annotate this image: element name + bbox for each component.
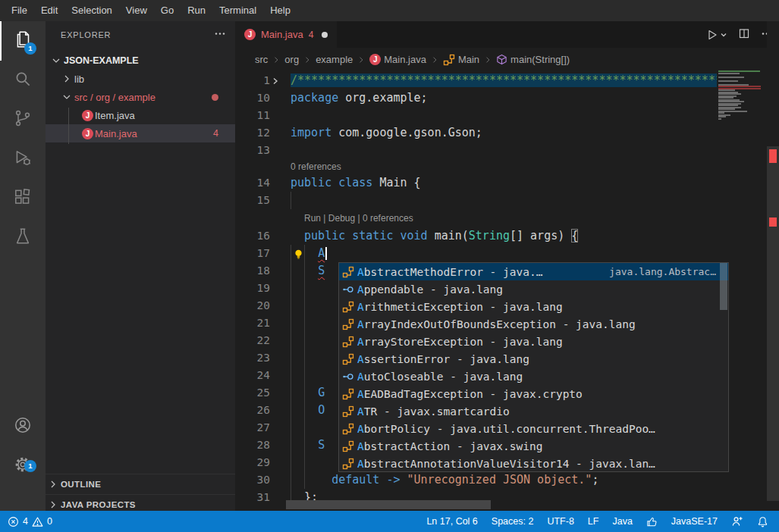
codelens[interactable]: Run | Debug | 0 references xyxy=(235,209,717,227)
suggest-item-abstractannotationvaluevisitor14[interactable]: AbstractAnnotationValueVisitor14 - javax… xyxy=(339,455,728,472)
activity-bar-testing[interactable] xyxy=(0,218,46,258)
status-java[interactable]: Java xyxy=(612,516,632,527)
status-label: JavaSE-17 xyxy=(671,516,718,527)
suggest-item-assertionerror[interactable]: AssertionError - java.lang xyxy=(339,350,728,368)
suggest-item-atr[interactable]: ATR - javax.smartcardio xyxy=(339,402,728,420)
suggest-item-appendable[interactable]: Appendable - java.lang xyxy=(339,280,728,298)
suggest-item-abstractaction[interactable]: AbstractAction - javax.swing xyxy=(339,437,728,455)
menu-item-go[interactable]: Go xyxy=(154,0,181,21)
suggest-scrollbar-slider[interactable] xyxy=(720,263,727,310)
menu-item-selection[interactable]: Selection xyxy=(64,0,118,21)
suggest-item-autocloseable[interactable]: AutoCloseable - java.lang xyxy=(339,368,728,385)
breadcrumb-separator-icon xyxy=(303,55,312,64)
indent-guide xyxy=(291,297,291,315)
tree-item-main-java[interactable]: JMain.java4 xyxy=(46,124,235,142)
status-bar: 4 0 Ln 17, Col 6Spaces: 2UTF-8LFJavaJava… xyxy=(0,511,779,532)
section-outline[interactable]: OUTLINE xyxy=(46,474,235,494)
breadcrumb-item-main[interactable]: Main xyxy=(443,54,479,66)
suggest-item-abortpolicy[interactable]: AbortPolicy - java.util.concurrent.Threa… xyxy=(339,420,728,437)
horizontal-scrollbar[interactable] xyxy=(286,500,491,509)
menu-item-terminal[interactable]: Terminal xyxy=(212,0,263,21)
matched-prefix: A xyxy=(357,388,364,400)
suggest-item-arraystoreexception[interactable]: ArrayStoreException - java.lang xyxy=(339,333,728,350)
more-actions-icon[interactable] xyxy=(214,27,226,42)
line-number: 12 xyxy=(235,124,270,142)
code-line-13: 13 xyxy=(235,142,717,159)
tree-item-item-java[interactable]: JItem.java xyxy=(46,106,235,124)
scrollbar-slider[interactable] xyxy=(767,146,779,501)
error-count: 4 xyxy=(23,516,28,527)
menu-item-file[interactable]: File xyxy=(5,0,34,21)
status-thumbs-up-icon[interactable] xyxy=(646,516,658,527)
suggest-label: AssertionError - java.lang xyxy=(357,353,529,365)
status-spaces-2[interactable]: Spaces: 2 xyxy=(492,516,534,527)
activity-bar-run-debug[interactable] xyxy=(0,139,46,179)
status-lf[interactable]: LF xyxy=(588,516,599,527)
codelens[interactable]: 0 references xyxy=(235,159,717,174)
line-number: 18 xyxy=(235,262,270,280)
suggest-item-aeadbadtagexception[interactable]: AEADBadTagException - javax.crypto xyxy=(339,385,728,402)
breadcrumb-item-main-string[interactable]: main(String[]) xyxy=(496,54,570,65)
tab-main-java[interactable]: J Main.java 4 xyxy=(235,21,337,48)
activity-bar-extensions[interactable] xyxy=(0,179,46,218)
fold-slot xyxy=(270,174,281,192)
line-number: 1 xyxy=(235,72,270,89)
problems-status[interactable]: 4 0 xyxy=(0,516,52,527)
text-cursor xyxy=(325,247,327,260)
tab-bar: J Main.java 4 xyxy=(235,21,779,48)
fold-slot xyxy=(270,89,281,107)
breadcrumb-item-main-java[interactable]: JMain.java xyxy=(369,54,426,65)
indent-guide xyxy=(304,332,305,349)
suggest-item-abstractmethoderror[interactable]: AbstractMethodError - java.…java.lang.Ab… xyxy=(339,263,728,280)
code-token xyxy=(400,473,407,487)
code-token: O xyxy=(318,403,325,417)
status-utf-8[interactable]: UTF-8 xyxy=(547,516,573,527)
status-bell-icon[interactable] xyxy=(757,516,768,527)
tab-label: Main.java xyxy=(261,29,303,40)
code-text: G xyxy=(291,384,325,402)
status-label: Java xyxy=(612,516,632,527)
indent-guide xyxy=(304,471,305,489)
line-number: 26 xyxy=(235,402,270,419)
fold-slot xyxy=(270,315,281,332)
menu-item-view[interactable]: View xyxy=(119,0,154,21)
modified-dot-icon[interactable] xyxy=(322,32,328,38)
menu-bar: FileEditSelectionViewGoRunTerminalHelp xyxy=(0,0,779,21)
breadcrumb-item-org[interactable]: org xyxy=(284,54,299,65)
activity-bar-search[interactable] xyxy=(0,61,46,100)
activity-bar-settings[interactable]: 1 xyxy=(0,454,46,478)
matched-prefix: A xyxy=(357,405,364,418)
status-ln-17-col-6[interactable]: Ln 17, Col 6 xyxy=(426,516,477,527)
fold-chevron-icon[interactable] xyxy=(270,72,281,89)
line-number: 17 xyxy=(235,245,270,262)
fold-slot xyxy=(270,454,281,471)
activity-bar-source-control[interactable] xyxy=(0,100,46,139)
breadcrumb-item-example[interactable]: example xyxy=(316,54,353,65)
tree-indent-guide xyxy=(68,108,69,144)
suggest-item-arrayindexoutofboundsexception[interactable]: ArrayIndexOutOfBoundsException - java.la… xyxy=(339,315,728,333)
status-javase-17[interactable]: JavaSE-17 xyxy=(671,516,718,527)
fold-slot xyxy=(270,332,281,349)
overview-ruler[interactable] xyxy=(767,21,779,511)
menu-item-run[interactable]: Run xyxy=(181,0,212,21)
java-file-icon: J xyxy=(369,54,381,65)
suggest-label: AbortPolicy - java.util.concurrent.Threa… xyxy=(357,423,655,435)
tree-item-lib[interactable]: lib xyxy=(46,70,235,88)
code-line-11: 11 xyxy=(235,107,717,124)
class-icon xyxy=(342,336,354,348)
fold-slot xyxy=(270,402,281,419)
activity-bar-explorer[interactable]: 1 xyxy=(0,21,46,61)
method-cube-icon xyxy=(496,54,507,65)
breadcrumb-item-src[interactable]: src xyxy=(255,54,268,65)
badge: 1 xyxy=(24,460,36,472)
menu-item-edit[interactable]: Edit xyxy=(34,0,64,21)
indent-guide xyxy=(291,454,291,471)
tree-item-json-example[interactable]: JSON-EXAMPLE xyxy=(46,52,235,70)
suggest-item-arithmeticexception[interactable]: ArithmeticException - java.lang xyxy=(339,298,728,315)
minimap-line xyxy=(718,80,738,82)
menu-item-help[interactable]: Help xyxy=(263,0,297,21)
code-token: A xyxy=(318,246,325,260)
activity-bar-account[interactable] xyxy=(0,415,46,439)
tree-item-src-org-example[interactable]: src / org / example xyxy=(46,88,235,106)
status-person-add-icon[interactable] xyxy=(731,515,743,527)
